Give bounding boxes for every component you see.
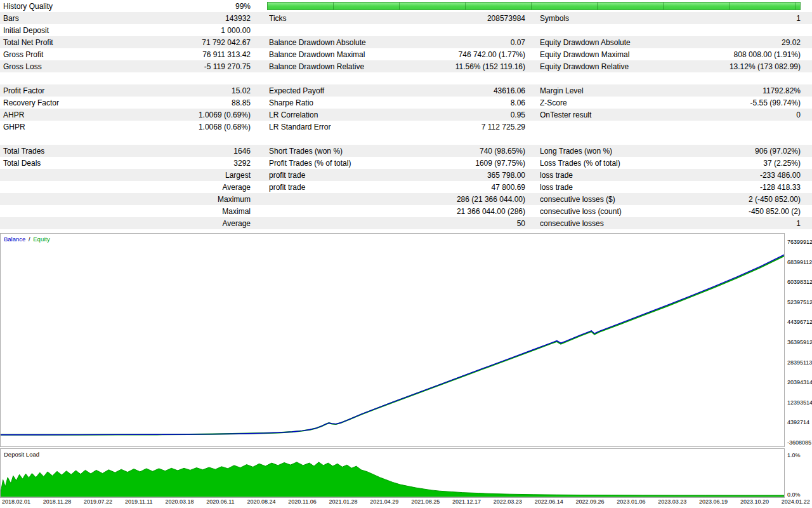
deposit-load-title: Deposit Load (4, 451, 39, 458)
deposit-load-svg[interactable] (1, 449, 784, 497)
stat-label: consecutive loss (count) (540, 207, 676, 216)
date-label: 2023.06.19 (699, 498, 728, 505)
stat-label: Total Deals (0, 159, 121, 168)
y-tick-label: -3608085 (787, 439, 812, 446)
stat-value: 7 112 725.29 (415, 123, 525, 131)
stat-value: 21 366 044.00 (286) (415, 207, 525, 216)
stat-value: -450 852.00 (2) (676, 207, 812, 216)
stat-label: OnTester result (540, 110, 676, 119)
stat-value: 71 792 042.67 (121, 38, 251, 47)
date-label: 2022.03.23 (494, 498, 522, 505)
stat-label: LR Correlation (269, 110, 415, 119)
stat-value: 88.85 (121, 98, 251, 107)
stat-value: 37 (2.25%) (676, 159, 812, 168)
row-ghpr: GHPR 1.0068 (0.68%) LR Standard Error 7 … (0, 121, 812, 133)
stat-label: AHPR (0, 110, 121, 119)
balance-equity-panel[interactable]: Balance / Equity (0, 233, 785, 447)
row-total-deals: Total Deals 3292 Profit Trades (% of tot… (0, 157, 812, 169)
row-ahpr: AHPR 1.0069 (0.69%) LR Correlation 0.95 … (0, 109, 812, 121)
date-label: 2019.11.11 (125, 498, 153, 505)
stat-label: Z-Score (540, 98, 676, 107)
date-label: 2020.06.11 (206, 498, 234, 505)
y-tick-label: 20394314 (787, 379, 812, 386)
stat-value: 43616.06 (415, 86, 525, 95)
stat-label: Balance Drawdown Relative (269, 62, 415, 71)
stat-value: -5.55 (99.74%) (676, 98, 812, 107)
stat-value: 1 (676, 219, 812, 228)
date-label: 2020.11.06 (288, 498, 316, 505)
y-tick-label: 76399912 (787, 239, 812, 246)
date-label: 2024.01.22 (782, 498, 810, 505)
row-profit-factor: Profit Factor 15.02 Expected Payoff 4361… (0, 84, 812, 97)
date-label: 2021.12.17 (452, 498, 481, 505)
y-tick-label: 60398312 (787, 279, 812, 286)
stat-label: Profit Factor (0, 86, 121, 95)
stat-value: 47 800.69 (415, 183, 525, 192)
row-largest: Largest profit trade 365 798.00 loss tra… (0, 169, 812, 181)
stat-value: 13.12% (173 082.99) (676, 62, 812, 71)
date-label: 2023.10.20 (740, 498, 769, 505)
stat-value: 1 (676, 14, 812, 23)
stat-value: 11792.82% (676, 86, 812, 95)
stat-value: 208573984 (415, 14, 525, 23)
legend-equity: Equity (33, 236, 49, 243)
row-history-quality: History Quality 99% (0, 0, 812, 12)
stat-value: Maximal (121, 207, 251, 216)
stat-value: 808 008.00 (1.91%) (676, 50, 812, 59)
stat-label: loss trade (540, 183, 676, 192)
history-quality-bar (267, 2, 801, 10)
stat-label: Short Trades (won %) (269, 147, 415, 156)
legend-separator: / (29, 236, 30, 243)
row-recovery-factor: Recovery Factor 88.85 Sharpe Ratio 8.06 … (0, 97, 812, 109)
stat-label: Margin Level (540, 86, 676, 95)
stat-value: Average (121, 183, 251, 192)
stat-value: 1.0068 (0.68%) (121, 123, 251, 131)
stat-label: Expected Payoff (269, 86, 415, 95)
stat-label: History Quality (0, 2, 121, 11)
stat-label: Gross Profit (0, 50, 121, 59)
spacer-row (0, 133, 812, 145)
y-tick-label: 4392714 (787, 419, 812, 426)
stat-label: Sharpe Ratio (269, 98, 415, 107)
row-average-consecutive: Average 50 consecutive losses 1 (0, 217, 812, 229)
stat-label: LR Standard Error (269, 123, 415, 131)
row-maximal-consecutive: Maximal 21 366 044.00 (286) consecutive … (0, 205, 812, 217)
stat-value: Largest (121, 171, 251, 180)
legend-balance: Balance (4, 236, 25, 243)
y-tick-label: 52397512 (787, 299, 812, 306)
spacer-row (0, 72, 812, 84)
stat-value: 365 798.00 (415, 171, 525, 180)
stat-label: Ticks (269, 14, 415, 23)
stat-value: 8.06 (415, 98, 525, 107)
stat-value: 143932 (121, 14, 251, 23)
date-axis: 2018.02.01 2018.11.28 2019.07.22 2019.11… (0, 498, 812, 505)
row-average-trade: Average profit trade 47 800.69 loss trad… (0, 181, 812, 193)
date-label: 2021.04.29 (370, 498, 398, 505)
stat-value: Average (121, 219, 251, 228)
stat-value: 15.02 (121, 86, 251, 95)
stat-label: Equity Drawdown Absolute (540, 38, 676, 47)
stat-value: 740 (98.65%) (415, 147, 525, 156)
stat-value: 0 (676, 110, 812, 119)
stat-label: GHPR (0, 123, 121, 131)
stat-label: profit trade (269, 171, 415, 180)
row-gross-profit: Gross Profit 76 911 313.42 Balance Drawd… (0, 48, 812, 60)
stat-value: 1646 (121, 147, 251, 156)
stat-value: Maximum (121, 195, 251, 204)
y-tick-label: 28395113 (787, 359, 812, 366)
charts-section: Balance / Equity 76399912 68399112 60398… (0, 229, 812, 508)
stat-label: Recovery Factor (0, 98, 121, 107)
stat-label: Initial Deposit (0, 26, 121, 35)
stat-value: 1.0069 (0.69%) (121, 110, 251, 119)
balance-chart-svg[interactable] (1, 234, 784, 446)
stat-value: 1 000.00 (121, 26, 251, 35)
stat-value: 76 911 313.42 (121, 50, 251, 59)
stat-label: Total Net Profit (0, 38, 121, 47)
stats-table: History Quality 99% Bars 143932 Ticks 20… (0, 0, 812, 229)
deposit-load-panel[interactable]: Deposit Load (0, 448, 785, 498)
stat-value: 0.95 (415, 110, 525, 119)
date-label: 2020.08.24 (247, 498, 275, 505)
stat-value: 0.07 (415, 38, 525, 47)
date-label: 2019.07.22 (84, 498, 112, 505)
stat-value: -233 486.00 (676, 171, 812, 180)
